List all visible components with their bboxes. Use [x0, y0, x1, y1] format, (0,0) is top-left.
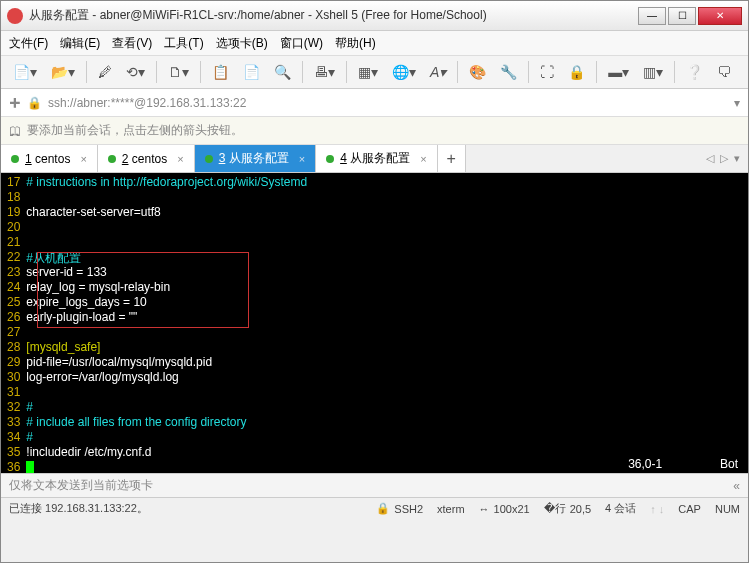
- terminal-status: 36,0-1 Bot: [628, 457, 738, 471]
- hint-bar: 🕮 要添加当前会话，点击左侧的箭头按钮。: [1, 117, 748, 145]
- address-text[interactable]: ssh://abner:*****@192.168.31.133:22: [48, 96, 728, 110]
- code-line: # include all files from the config dire…: [26, 415, 748, 430]
- tab-label: 4 从服务配置: [340, 150, 410, 167]
- copy-icon[interactable]: 📋: [206, 59, 235, 85]
- transfer-icon[interactable]: 🌐▾: [386, 59, 422, 85]
- tab-list-icon[interactable]: ▾: [734, 152, 740, 165]
- close-tab-icon[interactable]: ×: [177, 153, 183, 165]
- session-tab[interactable]: 3 从服务配置×: [195, 145, 316, 172]
- tab-next-icon[interactable]: ▷: [720, 152, 728, 165]
- menu-tabs[interactable]: 选项卡(B): [216, 35, 268, 52]
- help-icon[interactable]: ❔: [680, 59, 709, 85]
- code-line: server-id = 133: [26, 265, 748, 280]
- status-bar: 已连接 192.168.31.133:22。 🔒 SSH2 xterm ↔ 10…: [1, 497, 748, 519]
- menu-help[interactable]: 帮助(H): [335, 35, 376, 52]
- code-line: [26, 235, 748, 250]
- cursor: [26, 461, 34, 473]
- add-tab-button[interactable]: +: [438, 145, 466, 172]
- line-number: 25: [7, 295, 20, 310]
- paste-icon[interactable]: 📄: [237, 59, 266, 85]
- code-line: early-plugin-load = "": [26, 310, 748, 325]
- code-line: expire_logs_days = 10: [26, 295, 748, 310]
- menu-tools[interactable]: 工具(T): [164, 35, 203, 52]
- titlebar: 从服务配置 - abner@MiWiFi-R1CL-srv:/home/abne…: [1, 1, 748, 31]
- line-number: 34: [7, 430, 20, 445]
- cursor-position: 36,0-1: [628, 457, 662, 471]
- status-sessions: 4 会话: [605, 501, 636, 516]
- line-number: 26: [7, 310, 20, 325]
- lock-status-icon: 🔒: [27, 96, 42, 110]
- line-number: 28: [7, 340, 20, 355]
- font-icon[interactable]: A▾: [424, 59, 452, 85]
- menu-window[interactable]: 窗口(W): [280, 35, 323, 52]
- maximize-button[interactable]: ☐: [668, 7, 696, 25]
- print-icon[interactable]: 🖶▾: [308, 59, 341, 85]
- minimize-button[interactable]: —: [638, 7, 666, 25]
- disconnect-icon[interactable]: ⟲▾: [120, 59, 151, 85]
- send-text: 仅将文本发送到当前选项卡: [9, 477, 153, 494]
- status-rows: �行 20,5: [544, 501, 591, 516]
- code-line: #从机配置: [26, 250, 748, 265]
- session-tab[interactable]: 2 centos×: [98, 145, 195, 172]
- session-tab[interactable]: 4 从服务配置×: [316, 145, 437, 172]
- close-tab-icon[interactable]: ×: [80, 153, 86, 165]
- send-bar[interactable]: 仅将文本发送到当前选项卡 «: [1, 473, 748, 497]
- tab-label: 3 从服务配置: [219, 150, 289, 167]
- code-line: [26, 385, 748, 400]
- session-tab[interactable]: 1 centos×: [1, 145, 98, 172]
- reconnect-icon[interactable]: 🖉: [92, 59, 118, 85]
- code-line: pid-file=/usr/local/mysql/mysqld.pid: [26, 355, 748, 370]
- code-line: relay_log = mysql-relay-bin: [26, 280, 748, 295]
- close-tab-icon[interactable]: ×: [299, 153, 305, 165]
- line-number: 24: [7, 280, 20, 295]
- close-tab-icon[interactable]: ×: [420, 153, 426, 165]
- menu-edit[interactable]: 编辑(E): [60, 35, 100, 52]
- tab-label: 1 centos: [25, 152, 70, 166]
- code-line: [26, 325, 748, 340]
- code-area[interactable]: # instructions in http://fedoraproject.o…: [26, 175, 748, 471]
- status-connection: 已连接 192.168.31.133:22。: [9, 501, 148, 516]
- send-dropdown-icon[interactable]: «: [733, 479, 740, 493]
- tile-v-icon[interactable]: ▥▾: [637, 59, 669, 85]
- about-icon[interactable]: 🗨: [711, 59, 737, 85]
- layout-icon[interactable]: ▦▾: [352, 59, 384, 85]
- menu-file[interactable]: 文件(F): [9, 35, 48, 52]
- line-number: 30: [7, 370, 20, 385]
- script-icon[interactable]: 🔧: [494, 59, 523, 85]
- color-icon[interactable]: 🎨: [463, 59, 492, 85]
- line-number: 20: [7, 220, 20, 235]
- find-icon[interactable]: 🔍: [268, 59, 297, 85]
- code-line: [26, 220, 748, 235]
- scroll-location: Bot: [720, 457, 738, 471]
- menu-view[interactable]: 查看(V): [112, 35, 152, 52]
- connected-dot-icon: [205, 155, 213, 163]
- properties-icon[interactable]: 🗋▾: [162, 59, 195, 85]
- code-line: #: [26, 430, 748, 445]
- connected-dot-icon: [326, 155, 334, 163]
- status-ssh: 🔒 SSH2: [376, 502, 423, 515]
- status-updown: ↑ ↓: [650, 503, 664, 515]
- line-number: 31: [7, 385, 20, 400]
- toolbar: 📄▾ 📂▾ 🖉 ⟲▾ 🗋▾ 📋 📄 🔍 🖶▾ ▦▾ 🌐▾ A▾ 🎨 🔧 ⛶ 🔒 …: [1, 55, 748, 89]
- terminal[interactable]: 1718192021222324252627282930313233343536…: [1, 173, 748, 473]
- code-line: [mysqld_safe]: [26, 340, 748, 355]
- tab-label: 2 centos: [122, 152, 167, 166]
- line-number: 19: [7, 205, 20, 220]
- status-cap: CAP: [678, 503, 701, 515]
- line-number: 32: [7, 400, 20, 415]
- open-icon[interactable]: 📂▾: [45, 59, 81, 85]
- tab-prev-icon[interactable]: ◁: [706, 152, 714, 165]
- tile-h-icon[interactable]: ▬▾: [602, 59, 635, 85]
- line-number: 35: [7, 445, 20, 460]
- close-button[interactable]: ✕: [698, 7, 742, 25]
- line-number: 36: [7, 460, 20, 473]
- new-session-icon[interactable]: 📄▾: [7, 59, 43, 85]
- lock-icon[interactable]: 🔒: [562, 59, 591, 85]
- add-session-icon[interactable]: 🞣: [9, 96, 21, 110]
- line-number: 22: [7, 250, 20, 265]
- code-line: log-error=/var/log/mysqld.log: [26, 370, 748, 385]
- address-dropdown-icon[interactable]: ▾: [734, 96, 740, 110]
- tab-bar: 1 centos×2 centos×3 从服务配置×4 从服务配置×+ ◁ ▷ …: [1, 145, 748, 173]
- fullscreen-icon[interactable]: ⛶: [534, 59, 560, 85]
- bookmark-icon[interactable]: 🕮: [9, 124, 21, 138]
